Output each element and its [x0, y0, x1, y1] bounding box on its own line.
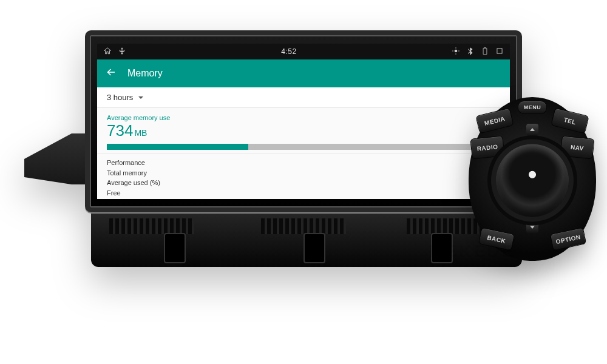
radio-button[interactable]: RADIO	[470, 135, 504, 159]
back-arrow-icon[interactable]	[106, 67, 117, 80]
average-memory-card[interactable]: Average memory use 734MB	[97, 108, 510, 154]
avg-memory-value: 734MB	[107, 121, 500, 140]
svg-rect-2	[484, 47, 486, 48]
brand-watermark: MEKEDE	[429, 241, 516, 261]
chevron-down-icon	[138, 95, 144, 101]
nav-button[interactable]: NAV	[560, 135, 594, 159]
stat-free[interactable]: Free 1.3 GB	[107, 188, 500, 198]
bluetooth-icon	[466, 47, 475, 57]
gps-icon	[452, 47, 460, 57]
timeframe-dropdown[interactable]: 3 hours	[97, 87, 510, 108]
dpad-down[interactable]	[526, 221, 538, 233]
page-title: Memory	[127, 68, 163, 79]
svg-rect-1	[483, 48, 487, 55]
memory-usage-bar	[107, 144, 500, 150]
stat-performance[interactable]: Performance Normal	[107, 158, 500, 168]
dpad-up[interactable]	[526, 124, 538, 136]
stat-total[interactable]: Total memory 2.0 GB	[107, 168, 500, 178]
status-clock: 4:52	[281, 47, 296, 56]
battery-icon	[481, 47, 489, 57]
memory-stats-list: Performance Normal Total memory 2.0 GB A…	[97, 154, 510, 199]
head-unit-device: 4:52	[24, 30, 522, 267]
android-screen: 4:52	[97, 44, 510, 199]
idrive-controller: MENU MEDIA TEL RADIO NAV BACK OPTION	[469, 97, 596, 261]
settings-header: Memory	[97, 59, 510, 87]
android-status-bar: 4:52	[97, 44, 510, 59]
stat-avg-used[interactable]: Average used (%) 36%	[107, 178, 500, 188]
svg-rect-3	[497, 48, 502, 53]
memory-usage-bar-fill	[107, 144, 248, 150]
usb-icon	[118, 47, 126, 57]
rotary-knob[interactable]	[496, 144, 569, 217]
svg-point-0	[455, 49, 458, 52]
recents-icon[interactable]	[495, 47, 504, 57]
home-icon[interactable]	[103, 47, 112, 57]
avg-memory-label: Average memory use	[107, 114, 500, 121]
timeframe-value: 3 hours	[107, 93, 133, 102]
menu-button[interactable]: MENU	[518, 101, 547, 114]
